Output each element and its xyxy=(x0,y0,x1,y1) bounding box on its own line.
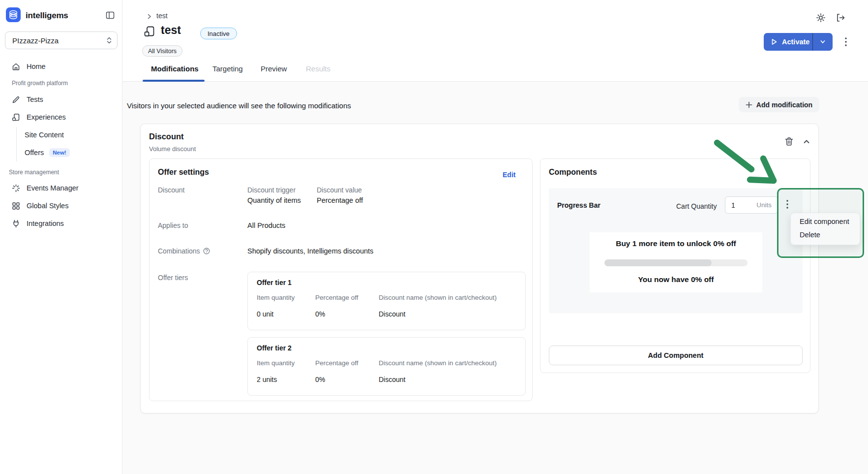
tier-header-item-quantity: Item quantity xyxy=(257,359,295,367)
add-component-button[interactable]: Add Component xyxy=(549,346,803,365)
app-window: intelligems PIzzazz-Pizza Home Profit gr… xyxy=(0,0,868,474)
progress-bar-preview: Buy 1 more item to unlock 0% off You now… xyxy=(590,232,762,292)
tab-modifications[interactable]: Modifications xyxy=(151,64,199,73)
tier-header-item-quantity: Item quantity xyxy=(257,294,295,301)
sidebar-item-label: Tests xyxy=(27,95,43,103)
offer-tiers-label: Offer tiers xyxy=(158,274,188,282)
intelligems-logo-icon xyxy=(6,7,21,22)
tab-targeting[interactable]: Targeting xyxy=(212,64,243,73)
component-context-menu: Edit component Delete xyxy=(790,213,860,245)
sidebar-item-global-styles[interactable]: Global Styles xyxy=(0,197,122,214)
edit-link[interactable]: Edit xyxy=(503,171,515,179)
sidebar-item-events-manager[interactable]: Events Manager xyxy=(0,180,122,196)
tier-header-discount-name: Discount name (shown in cart/checkout) xyxy=(379,294,497,301)
help-circle-icon[interactable] xyxy=(203,248,210,254)
trash-icon[interactable] xyxy=(784,137,794,146)
sidebar-item-label: Events Manager xyxy=(27,184,79,192)
tier-title: Offer tier 1 xyxy=(257,279,292,286)
sidebar-item-tests[interactable]: Tests xyxy=(0,91,122,108)
component-name: Progress Bar xyxy=(557,201,600,209)
pencil-icon xyxy=(12,95,20,104)
menu-item-edit-component[interactable]: Edit component xyxy=(800,218,849,225)
sidebar: intelligems PIzzazz-Pizza Home Profit gr… xyxy=(0,0,122,474)
tier-item-quantity: 2 units xyxy=(257,376,277,383)
sidebar-item-label: Offers xyxy=(25,149,44,157)
sidebar-item-label: Home xyxy=(27,63,46,70)
tier-header-percentage-off: Percentage off xyxy=(315,294,359,301)
modification-card: Discount Volume discount Offer settings … xyxy=(140,124,819,413)
activate-dropdown-button[interactable] xyxy=(813,38,833,45)
preview-status: You now have 0% off xyxy=(590,275,762,284)
components-panel: Components Progress Bar Cart Quantity Un… xyxy=(540,158,810,373)
workspace-name: PIzzazz-Pizza xyxy=(12,36,59,45)
applies-to-label: Applies to xyxy=(158,221,188,229)
modification-subtitle: Volume discount xyxy=(149,145,196,153)
kebab-menu-icon[interactable] xyxy=(842,36,850,47)
sidebar-item-home[interactable]: Home xyxy=(0,58,122,75)
components-heading: Components xyxy=(549,168,597,177)
sidebar-item-label: Experiences xyxy=(27,113,66,121)
tier-header-discount-name: Discount name (shown in cart/checkout) xyxy=(379,359,497,367)
combinations-label: Combinations xyxy=(158,247,210,255)
plus-icon xyxy=(746,101,752,108)
sidebar-item-label: Integrations xyxy=(27,220,64,227)
combinations-value: Shopify discounts, Intelligems discounts xyxy=(247,247,373,255)
progress-bar-fill xyxy=(604,259,712,266)
home-icon xyxy=(12,63,20,71)
play-icon xyxy=(771,38,778,45)
sidebar-item-offers[interactable]: Offers New! xyxy=(0,144,122,161)
tab-preview[interactable]: Preview xyxy=(261,64,287,73)
offer-tier-1-card: Offer tier 1 Item quantity Percentage of… xyxy=(247,272,526,330)
discount-trigger-label: Discount trigger xyxy=(247,186,296,194)
tier-item-quantity: 0 unit xyxy=(257,310,273,318)
discount-trigger-value: Quantity of items xyxy=(247,196,301,204)
chevron-right-icon xyxy=(146,13,152,20)
sidebar-item-label: Global Styles xyxy=(27,202,68,210)
sidebar-item-experiences[interactable]: Experiences xyxy=(0,109,122,126)
menu-item-delete[interactable]: Delete xyxy=(800,231,820,239)
offer-settings-heading: Offer settings xyxy=(158,168,209,177)
cart-quantity-unit: Units xyxy=(751,201,772,209)
offer-settings-panel: Offer settings Edit Discount Discount tr… xyxy=(149,158,533,401)
tier-header-percentage-off: Percentage off xyxy=(315,359,359,367)
windows-icon xyxy=(12,113,20,122)
tier-discount-name: Discount xyxy=(379,310,405,318)
tier-percentage-off: 0% xyxy=(315,376,325,383)
activate-button[interactable]: Activate xyxy=(764,33,833,51)
status-badge: Inactive xyxy=(200,28,237,39)
sidebar-item-site-content[interactable]: Site Content xyxy=(0,126,122,143)
breadcrumb[interactable]: test xyxy=(156,12,168,20)
discount-value-label: Discount value xyxy=(317,186,362,194)
preview-headline: Buy 1 more item to unlock 0% off xyxy=(590,239,762,248)
progress-bar-track xyxy=(604,259,748,266)
tier-discount-name: Discount xyxy=(379,376,405,383)
cart-quantity-input[interactable]: Units xyxy=(725,196,778,214)
page-title: test xyxy=(161,24,181,37)
audience-chip[interactable]: All Visitors xyxy=(142,45,182,57)
discount-label: Discount xyxy=(158,186,184,194)
tier-title: Offer tier 2 xyxy=(257,344,292,352)
offer-tier-2-card: Offer tier 2 Item quantity Percentage of… xyxy=(247,337,526,396)
new-badge: New! xyxy=(49,148,69,157)
component-kebab-icon[interactable] xyxy=(783,199,791,210)
audience-headline: Visitors in your selected audience will … xyxy=(127,101,351,110)
plug-icon xyxy=(12,220,20,228)
logout-icon[interactable] xyxy=(836,13,845,23)
add-modification-button[interactable]: Add modification xyxy=(739,97,819,112)
gear-icon[interactable] xyxy=(816,13,826,23)
applies-to-value: All Products xyxy=(247,221,285,229)
workspace-select[interactable]: PIzzazz-Pizza xyxy=(5,32,118,49)
cart-quantity-field[interactable] xyxy=(731,201,751,209)
button-divider xyxy=(812,33,813,51)
sidebar-item-integrations[interactable]: Integrations xyxy=(0,215,122,232)
progress-bar-component-row: Progress Bar Cart Quantity Units Buy 1 m… xyxy=(549,188,803,313)
tier-percentage-off: 0% xyxy=(315,310,325,318)
grid-icon xyxy=(12,202,20,210)
modification-title: Discount xyxy=(149,132,184,141)
chevron-up-icon[interactable] xyxy=(803,138,810,146)
tab-results: Results xyxy=(306,64,330,73)
brand-name: intelligems xyxy=(26,11,68,21)
spark-icon xyxy=(12,184,20,192)
sidebar-section-profit: Profit growth platform xyxy=(12,80,68,87)
sidebar-collapse-icon[interactable] xyxy=(105,10,115,20)
